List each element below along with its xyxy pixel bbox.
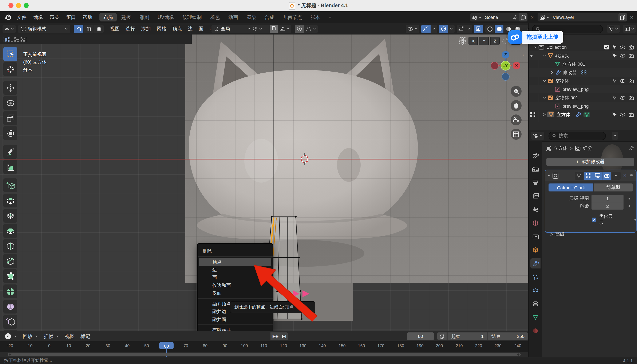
tool-add-cube[interactable]	[3, 178, 17, 192]
tab-tool[interactable]	[530, 151, 541, 161]
tool-select-box[interactable]	[3, 47, 17, 61]
workspace-tab-shading[interactable]: 着色	[206, 13, 224, 22]
animate-dot[interactable]	[628, 198, 630, 199]
menu-render[interactable]: 渲染	[46, 11, 63, 23]
use-preview-range-button[interactable]	[437, 332, 447, 340]
frame-start-field[interactable]: 起始 1	[448, 332, 487, 340]
snap-toggle-button[interactable]	[270, 24, 278, 33]
menu-edit[interactable]: 编辑	[30, 11, 46, 23]
timeline-ruler[interactable]: -20 -10 0 10 20 30 40 50 60 70 80 90 100…	[0, 341, 528, 352]
modifier-close-button[interactable]: ✕	[622, 173, 628, 178]
navigation-gizmo[interactable]: Z X -Y	[489, 49, 522, 82]
tool-loop-cut[interactable]	[3, 239, 17, 253]
timeline-editor-type-button[interactable]	[2, 333, 20, 340]
menu-item-vertices[interactable]: 顶点	[199, 258, 271, 266]
pivot-point-dropdown[interactable]	[250, 24, 271, 33]
symmetry-butterfly-icon[interactable]	[458, 37, 467, 44]
gizmos-dropdown[interactable]	[421, 24, 437, 33]
exclude-checkbox[interactable]	[604, 44, 609, 50]
overlays-dropdown[interactable]	[439, 24, 455, 33]
menu-item-only-edges-faces[interactable]: 仅边和面	[199, 281, 271, 289]
show-in-editmode-toggle[interactable]	[584, 172, 593, 180]
cube-label[interactable]: 立方体	[557, 111, 570, 118]
show-on-cage-toggle[interactable]	[575, 172, 583, 180]
workspace-tab-compositing[interactable]: 合成	[261, 13, 278, 22]
timeline-scrollbar[interactable]	[8, 353, 521, 356]
outliner-row-collection[interactable]: Collection	[529, 43, 637, 51]
menu-item-faces[interactable]: 面	[199, 274, 271, 281]
orientation-dropdown[interactable]: 全局	[211, 24, 253, 33]
selectable-cursor-icon[interactable]	[612, 44, 617, 50]
mirror-y-button[interactable]: Y	[479, 36, 489, 45]
tool-scale[interactable]	[3, 111, 17, 125]
menu-add[interactable]: 添加	[138, 23, 154, 34]
scene-new-button[interactable]	[519, 13, 527, 22]
outliner-row-foxhead[interactable]: 狐狸头	[529, 51, 637, 60]
collection-label[interactable]: Collection	[546, 44, 567, 50]
workspace-tab-rendering[interactable]: 渲染	[243, 13, 260, 22]
tab-particles[interactable]	[530, 272, 541, 282]
hide-eye-icon[interactable]	[620, 112, 626, 116]
tab-material[interactable]	[530, 326, 541, 336]
mirror-z-button[interactable]: Z	[490, 36, 500, 45]
sidebar-collapse-arrow[interactable]: ‹	[522, 52, 524, 57]
empty-label[interactable]: 空物体	[555, 78, 569, 84]
object-label[interactable]: 狐狸头	[555, 52, 569, 59]
advanced-section[interactable]: 高级	[550, 231, 636, 237]
chevron-down-icon[interactable]	[548, 174, 551, 176]
jump-next-keyframe-button[interactable]: ▶◆	[271, 334, 280, 338]
show-realtime-toggle[interactable]	[593, 172, 602, 180]
snap-target-icon[interactable]	[501, 37, 509, 44]
properties-options-dropdown[interactable]	[612, 132, 618, 140]
outliner-row-mesh-data[interactable]: 立方体.001	[529, 60, 637, 68]
outliner-row-modifiers[interactable]: 修改器	[529, 68, 637, 76]
viewlayer-remove-button[interactable]: ✕	[628, 15, 635, 20]
keying-menu[interactable]: 插帧	[41, 331, 62, 341]
scene-browse-button[interactable]	[470, 13, 483, 22]
shading-solid-button[interactable]	[495, 25, 503, 33]
viewlayer-name[interactable]: ViewLayer	[551, 15, 618, 20]
tool-inset[interactable]	[3, 209, 17, 222]
tool-annotate[interactable]	[3, 145, 17, 159]
tool-transform[interactable]	[3, 126, 17, 140]
selectable-cursor-icon[interactable]	[612, 112, 617, 117]
render-camera-icon[interactable]	[628, 78, 634, 83]
tool-extrude[interactable]	[3, 194, 17, 208]
optimal-display-label[interactable]: 优化显示	[599, 213, 615, 226]
chevron-right-icon[interactable]	[551, 71, 553, 74]
snap-settings-dropdown[interactable]	[278, 24, 291, 33]
simple-button[interactable]: 简单型	[594, 184, 633, 192]
scene-unlink-button[interactable]: ✕	[528, 15, 536, 20]
tab-world[interactable]	[530, 218, 541, 228]
chevron-down-icon[interactable]	[543, 96, 546, 99]
outliner-display-dropdown[interactable]	[623, 25, 636, 33]
proportional-edit-toggle[interactable]	[295, 24, 304, 33]
tab-output[interactable]	[530, 178, 541, 188]
tab-constraints[interactable]	[530, 299, 541, 309]
playback-menu[interactable]: 回放	[20, 331, 41, 341]
menu-help[interactable]: 帮助	[79, 11, 96, 23]
tool-move[interactable]	[3, 81, 17, 95]
outliner-row-preview2[interactable]: preview_png	[529, 102, 637, 110]
animate-dot[interactable]	[628, 205, 630, 207]
tool-edge-slide[interactable]	[3, 315, 17, 329]
animate-dot[interactable]	[635, 219, 636, 220]
visibility-dropdown[interactable]	[406, 24, 419, 33]
hide-eye-icon[interactable]	[620, 79, 626, 83]
workspace-tab-animation[interactable]: 动画	[225, 13, 242, 22]
render-camera-icon[interactable]	[628, 53, 634, 58]
tab-view-layer[interactable]	[530, 191, 541, 201]
falloff-dropdown[interactable]	[304, 24, 318, 33]
edge-select-mode-button[interactable]	[84, 25, 94, 33]
outliner-row-preview1[interactable]: preview_png	[529, 85, 637, 94]
breadcrumb-data[interactable]: 细分	[583, 145, 592, 152]
camera-view-button[interactable]	[511, 114, 522, 126]
xray-toggle[interactable]	[474, 24, 483, 33]
workspace-tab-modeling[interactable]: 建模	[118, 13, 135, 22]
tab-physics[interactable]	[530, 285, 541, 296]
modifiers-label[interactable]: 修改器	[563, 69, 577, 76]
timeline-marker-menu[interactable]: 标记	[78, 331, 93, 341]
menu-window[interactable]: 窗口	[63, 11, 79, 23]
tool-cursor[interactable]	[3, 62, 17, 76]
menu-item-limited-dissolve[interactable]: 有限融并	[199, 326, 271, 331]
